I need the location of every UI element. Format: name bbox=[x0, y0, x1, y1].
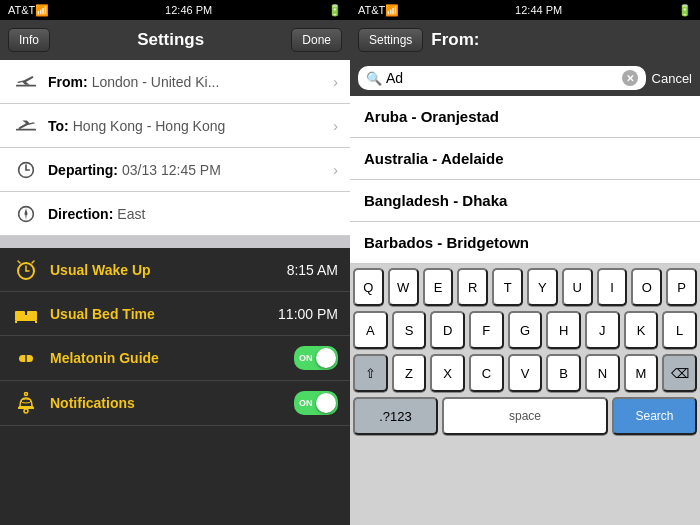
results-list: Aruba - Oranjestad Australia - Adelaide … bbox=[350, 96, 700, 264]
key-C[interactable]: C bbox=[469, 354, 504, 392]
space-key[interactable]: space bbox=[442, 397, 608, 435]
toggle-knob-2 bbox=[316, 393, 336, 413]
clock-icon bbox=[12, 159, 40, 181]
notifications-label: Notifications bbox=[50, 395, 294, 411]
keyboard-row-1: QWERTYUIOP bbox=[353, 268, 697, 306]
result-row-1[interactable]: Australia - Adelaide bbox=[350, 138, 700, 180]
to-label: To: bbox=[48, 118, 69, 134]
result-row-3[interactable]: Barbados - Bridgetown bbox=[350, 222, 700, 264]
svg-rect-0 bbox=[16, 84, 36, 86]
settings-list: From: London - United Ki... › To: Hong K… bbox=[0, 60, 350, 236]
key-B[interactable]: B bbox=[546, 354, 581, 392]
bed-row[interactable]: Usual Bed Time 11:00 PM bbox=[0, 292, 350, 336]
back-button[interactable]: Settings bbox=[358, 28, 423, 52]
svg-line-13 bbox=[32, 261, 34, 263]
key-Q[interactable]: Q bbox=[353, 268, 384, 306]
melatonin-label: Melatonin Guide bbox=[50, 350, 294, 366]
delete-key[interactable]: ⌫ bbox=[662, 354, 697, 392]
key-P[interactable]: P bbox=[666, 268, 697, 306]
key-I[interactable]: I bbox=[597, 268, 628, 306]
carrier-right: AT&T bbox=[358, 4, 385, 16]
departing-value: 03/13 12:45 PM bbox=[122, 162, 329, 178]
bed-icon bbox=[12, 303, 40, 325]
direction-label: Direction: bbox=[48, 206, 113, 222]
key-E[interactable]: E bbox=[423, 268, 454, 306]
alarm-icon bbox=[12, 259, 40, 281]
direction-row[interactable]: Direction: East bbox=[0, 192, 350, 236]
key-K[interactable]: K bbox=[624, 311, 659, 349]
departing-label: Departing: bbox=[48, 162, 118, 178]
to-value: Hong Kong - Hong Kong bbox=[73, 118, 330, 134]
search-key[interactable]: Search bbox=[612, 397, 697, 435]
svg-rect-16 bbox=[27, 311, 37, 316]
key-Y[interactable]: Y bbox=[527, 268, 558, 306]
to-chevron: › bbox=[333, 118, 338, 134]
wake-row[interactable]: Usual Wake Up 8:15 AM bbox=[0, 248, 350, 292]
toggle-knob bbox=[316, 348, 336, 368]
key-M[interactable]: M bbox=[624, 354, 659, 392]
header-right: Settings From: bbox=[350, 20, 700, 60]
from-label: From: bbox=[48, 74, 88, 90]
clear-search-button[interactable]: ✕ bbox=[622, 70, 638, 86]
header-left: Info Settings Done bbox=[0, 20, 350, 60]
key-H[interactable]: H bbox=[546, 311, 581, 349]
key-V[interactable]: V bbox=[508, 354, 543, 392]
bed-label: Usual Bed Time bbox=[50, 306, 278, 322]
search-input[interactable]: Ad bbox=[386, 70, 618, 86]
keyboard-row-3: ⇧ZXCVBNM⌫ bbox=[353, 354, 697, 392]
status-bar-right: AT&T 📶 12:44 PM 🔋 bbox=[350, 0, 700, 20]
from-value: London - United Ki... bbox=[92, 74, 330, 90]
result-row-2[interactable]: Bangladesh - Dhaka bbox=[350, 180, 700, 222]
keyboard-row-bottom: .?123spaceSearch bbox=[353, 397, 697, 435]
settings-title: Settings bbox=[137, 30, 204, 50]
time-right: 12:44 PM bbox=[399, 4, 678, 16]
wifi-icon: 📶 bbox=[35, 4, 49, 17]
key-W[interactable]: W bbox=[388, 268, 419, 306]
wake-label: Usual Wake Up bbox=[50, 262, 287, 278]
melatonin-toggle[interactable] bbox=[294, 346, 338, 370]
melatonin-row[interactable]: Melatonin Guide bbox=[0, 336, 350, 381]
key-L[interactable]: L bbox=[662, 311, 697, 349]
key-J[interactable]: J bbox=[585, 311, 620, 349]
yellow-section: Usual Wake Up 8:15 AM Usual Bed Time 11:… bbox=[0, 248, 350, 525]
from-row[interactable]: From: London - United Ki... › bbox=[0, 60, 350, 104]
svg-point-21 bbox=[25, 393, 28, 396]
shift-key[interactable]: ⇧ bbox=[353, 354, 388, 392]
key-S[interactable]: S bbox=[392, 311, 427, 349]
bell-icon bbox=[12, 392, 40, 414]
key-O[interactable]: O bbox=[631, 268, 662, 306]
key-G[interactable]: G bbox=[508, 311, 543, 349]
cancel-button[interactable]: Cancel bbox=[652, 71, 692, 86]
departing-row[interactable]: Departing: 03/13 12:45 PM › bbox=[0, 148, 350, 192]
svg-point-8 bbox=[25, 212, 27, 214]
info-button[interactable]: Info bbox=[8, 28, 50, 52]
departing-chevron: › bbox=[333, 162, 338, 178]
time-left: 12:46 PM bbox=[49, 4, 328, 16]
key-D[interactable]: D bbox=[430, 311, 465, 349]
notifications-toggle[interactable] bbox=[294, 391, 338, 415]
key-N[interactable]: N bbox=[585, 354, 620, 392]
key-T[interactable]: T bbox=[492, 268, 523, 306]
key-X[interactable]: X bbox=[430, 354, 465, 392]
right-panel: AT&T 📶 12:44 PM 🔋 Settings From: 🔍 Ad ✕ … bbox=[350, 0, 700, 525]
battery-right: 🔋 bbox=[678, 4, 692, 17]
plane-takeoff-icon bbox=[12, 71, 40, 93]
key-U[interactable]: U bbox=[562, 268, 593, 306]
key-A[interactable]: A bbox=[353, 311, 388, 349]
numbers-key[interactable]: .?123 bbox=[353, 397, 438, 435]
key-Z[interactable]: Z bbox=[392, 354, 427, 392]
from-chevron: › bbox=[333, 74, 338, 90]
status-bar-left: AT&T 📶 12:46 PM 🔋 bbox=[0, 0, 350, 20]
svg-line-12 bbox=[18, 261, 20, 263]
left-panel: AT&T 📶 12:46 PM 🔋 Info Settings Done Fro… bbox=[0, 0, 350, 525]
compass-icon bbox=[12, 203, 40, 225]
key-F[interactable]: F bbox=[469, 311, 504, 349]
section-divider bbox=[0, 236, 350, 248]
to-row[interactable]: To: Hong Kong - Hong Kong › bbox=[0, 104, 350, 148]
done-button[interactable]: Done bbox=[291, 28, 342, 52]
key-R[interactable]: R bbox=[457, 268, 488, 306]
notifications-row[interactable]: Notifications bbox=[0, 381, 350, 426]
svg-rect-1 bbox=[16, 128, 36, 130]
keyboard-row-2: ASDFGHJKL bbox=[353, 311, 697, 349]
result-row-0[interactable]: Aruba - Oranjestad bbox=[350, 96, 700, 138]
